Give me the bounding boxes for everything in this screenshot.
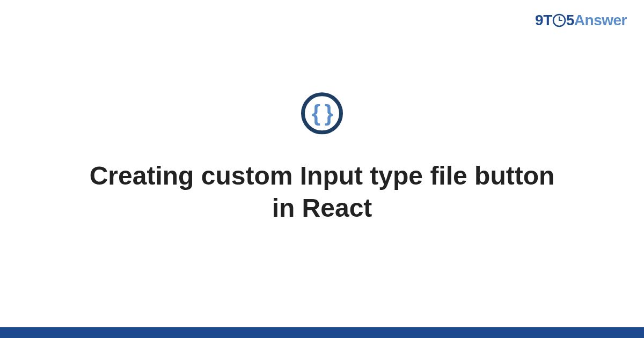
braces-glyph: { } bbox=[312, 100, 332, 126]
article-title: Creating custom Input type file button i… bbox=[80, 160, 564, 224]
braces-icon: { } bbox=[301, 92, 343, 134]
site-logo: 9T5Answer bbox=[535, 12, 627, 29]
clock-icon bbox=[552, 13, 566, 27]
footer-bar bbox=[0, 327, 644, 338]
logo-text-5: 5 bbox=[566, 12, 574, 28]
main-content: { } Creating custom Input type file butt… bbox=[0, 92, 644, 224]
logo-text-answer: Answer bbox=[574, 12, 627, 28]
logo-text-9t: 9T bbox=[535, 12, 552, 28]
